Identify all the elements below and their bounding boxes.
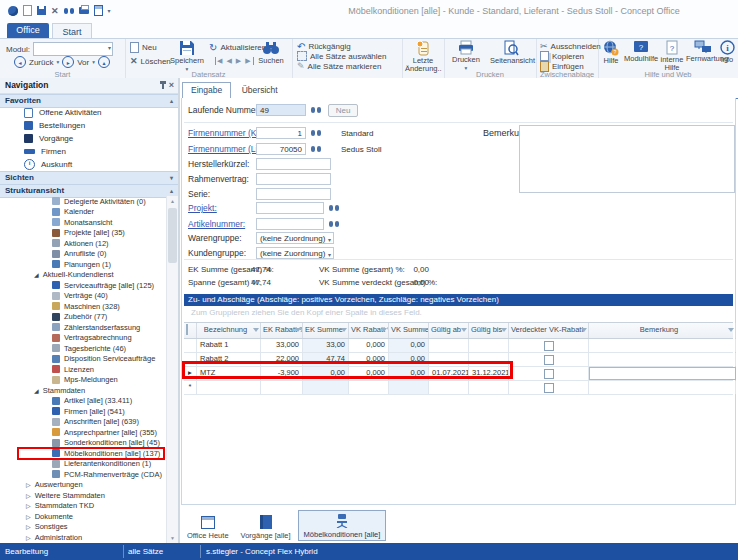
tab-uebersicht[interactable]: Übersicht xyxy=(234,83,286,98)
tree-item[interactable]: Planungen (1) xyxy=(18,259,164,270)
artikelnummer-input[interactable] xyxy=(256,218,324,230)
tree-item[interactable]: ▷Sonstiges xyxy=(18,522,164,533)
firmennummer-kunde-input[interactable]: 1 xyxy=(256,127,306,139)
save-icon[interactable] xyxy=(37,6,46,15)
search-icon[interactable] xyxy=(64,8,68,14)
column-header[interactable]: Gültig bis xyxy=(469,323,509,338)
scroll-down-icon[interactable]: ▼ xyxy=(167,533,178,543)
verdeckter-vk-rabatt-checkbox-cell[interactable] xyxy=(509,353,589,366)
projekt-input[interactable] xyxy=(256,202,324,214)
filter-icon[interactable] xyxy=(581,328,587,332)
favorite-firmen[interactable]: Firmen xyxy=(0,145,178,158)
lookup-binoculars-icon[interactable] xyxy=(329,205,333,211)
scroll-up-icon[interactable]: ▲ xyxy=(167,196,178,206)
favorite-offene-aktivitaeten[interactable]: Offene Aktivitäten xyxy=(0,106,178,119)
table-cell-gueltig_ab[interactable] xyxy=(429,381,469,394)
tree-item[interactable]: Projekte [alle] (35) xyxy=(18,228,164,239)
column-header[interactable]: VK Summe xyxy=(389,323,429,338)
table-cell-ek_summe[interactable]: 33,00 xyxy=(303,339,349,352)
table-cell-gueltig_bis[interactable] xyxy=(469,339,509,352)
table-cell-gueltig_ab[interactable] xyxy=(429,353,469,366)
tree-item[interactable]: Artikel [alle] (33.411) xyxy=(18,396,164,407)
ausschneiden-button[interactable]: ✂ Ausschneiden xyxy=(540,41,601,51)
neu-record-button[interactable]: Neu xyxy=(328,104,358,117)
neu-button[interactable]: Neu xyxy=(130,42,157,53)
lookup-binoculars-icon[interactable] xyxy=(311,146,315,152)
laufende-nummer-input[interactable]: 49 xyxy=(256,104,306,116)
close-icon[interactable]: × xyxy=(169,81,174,89)
table-cell-bezeichnung[interactable] xyxy=(197,381,261,394)
checkbox-icon[interactable] xyxy=(544,383,554,393)
modulhilfe-button[interactable]: ? Modulhilfe xyxy=(624,40,658,63)
filter-icon[interactable] xyxy=(501,328,507,332)
tree-item[interactable]: Sonderkonditionen [alle] (45) xyxy=(18,438,164,449)
expand-section-icon[interactable]: ▾ xyxy=(170,172,173,184)
table-row[interactable]: Rabatt 133,00033,000,0000,00 xyxy=(184,339,733,353)
tree-item[interactable]: Anrufliste (0) xyxy=(18,249,164,260)
bottom-tab-office-heute[interactable]: Office Heute xyxy=(182,514,234,541)
expand-node-icon[interactable]: ▷ xyxy=(26,502,31,509)
verdeckter-vk-rabatt-checkbox-cell[interactable] xyxy=(509,367,589,380)
alle-saetze-auswaehlen-button[interactable]: Alle Sätze auswählen xyxy=(297,51,387,61)
table-cell-ek_rabatt[interactable]: 33,000 xyxy=(261,339,303,352)
first-record-icon[interactable]: ◀ xyxy=(215,57,223,65)
favorite-vorgaenge[interactable]: Vorgänge xyxy=(0,132,178,145)
bottom-tab-vorgaenge[interactable]: Vorgänge [alle] xyxy=(236,513,296,541)
table-cell-bemerkung[interactable] xyxy=(589,367,736,380)
favorite-auskunft[interactable]: Auskunft xyxy=(0,158,178,171)
kundengruppe-dropdown[interactable]: (keine Zuordnung) xyxy=(256,247,334,259)
column-header[interactable]: Verdeckter VK-Rabatt xyxy=(509,323,589,338)
verdeckter-vk-rabatt-checkbox-cell[interactable] xyxy=(509,381,589,394)
prev-record-icon[interactable]: ◀ xyxy=(226,57,232,65)
bottom-tab-moebelkonditionen[interactable]: Möbelkonditionen [alle] xyxy=(298,510,387,541)
tree-item[interactable]: ▷Administration xyxy=(18,532,164,543)
column-header[interactable]: Gültig ab xyxy=(429,323,469,338)
new-document-icon[interactable] xyxy=(23,5,32,16)
table-cell-vk_summe[interactable] xyxy=(389,381,429,394)
scrollbar-thumb[interactable] xyxy=(168,208,177,263)
table-cell-ek_summe[interactable]: 47,74 xyxy=(303,353,349,366)
back-icon[interactable]: ◂ xyxy=(14,56,26,68)
preview-icon[interactable] xyxy=(94,5,103,16)
tree-item[interactable]: Zählerstandserfassung xyxy=(18,322,164,333)
table-cell-vk_summe[interactable]: 0,00 xyxy=(389,367,429,380)
alle-saetze-markieren-button[interactable]: ✎ Alle Sätze markieren xyxy=(297,61,381,71)
filter-icon[interactable] xyxy=(295,328,301,332)
table-cell-vk_rabatt[interactable] xyxy=(349,381,389,394)
tree-item[interactable]: ▷Dokumente xyxy=(18,511,164,522)
tab-start[interactable]: Start xyxy=(52,23,92,39)
tree-item[interactable]: Kalender xyxy=(18,207,164,218)
tree-item[interactable]: PCM-Rahmenverträge (CDA) [alle] (0) xyxy=(18,469,164,480)
tree-item[interactable]: Mps-Meldungen xyxy=(18,375,164,386)
section-sichten[interactable]: Sichten ▾ xyxy=(0,171,178,185)
modul-combobox[interactable] xyxy=(33,42,113,56)
artikelnummer-link[interactable]: Artikelnummer: xyxy=(188,218,245,231)
table-row[interactable]: Rabatt 222,00047,740,0000,00 xyxy=(184,353,733,367)
table-cell-ek_summe[interactable] xyxy=(303,381,349,394)
interne-hilfe-button[interactable]: ? interne Hilfe xyxy=(658,40,686,72)
suchen-button[interactable]: Suchen xyxy=(253,40,289,65)
column-header[interactable]: Bezeichnung xyxy=(197,323,261,338)
table-cell-bemerkung[interactable] xyxy=(589,339,736,352)
forward-button[interactable]: Vor xyxy=(77,58,89,67)
verdeckter-vk-rabatt-checkbox-cell[interactable] xyxy=(509,339,589,352)
print-icon[interactable] xyxy=(79,7,89,14)
tree-item[interactable]: Maschinen (328) xyxy=(18,301,164,312)
column-header[interactable]: EK Summe xyxy=(303,323,349,338)
table-cell-gueltig_ab[interactable]: 01.07.2021 xyxy=(429,367,469,380)
warengruppe-dropdown[interactable]: (keine Zuordnung) xyxy=(256,232,334,244)
tree-item[interactable]: Delegierte Aktivitäten (0) xyxy=(18,196,164,207)
next-record-icon[interactable]: ▶ xyxy=(236,57,242,65)
tree-item[interactable]: Möbelkonditionen [alle] (137) xyxy=(18,448,164,459)
tree-item[interactable]: Lizenzen xyxy=(18,364,164,375)
info-button[interactable]: i Info xyxy=(716,40,738,64)
table-row[interactable]: ▸MTZ-3,9000,000,0000,0001.07.202131.12.2… xyxy=(184,367,733,381)
table-cell-bezeichnung[interactable]: Rabatt 1 xyxy=(197,339,261,352)
projekt-link[interactable]: Projekt: xyxy=(188,202,217,215)
table-cell-ek_summe[interactable]: 0,00 xyxy=(303,367,349,380)
expand-node-icon[interactable]: ▷ xyxy=(26,523,31,530)
favorite-bestellungen[interactable]: Bestellungen xyxy=(0,119,178,132)
table-row[interactable]: * xyxy=(184,381,733,395)
expand-node-icon[interactable]: ▷ xyxy=(26,481,31,488)
rahmenvertrag-input[interactable] xyxy=(256,173,331,185)
